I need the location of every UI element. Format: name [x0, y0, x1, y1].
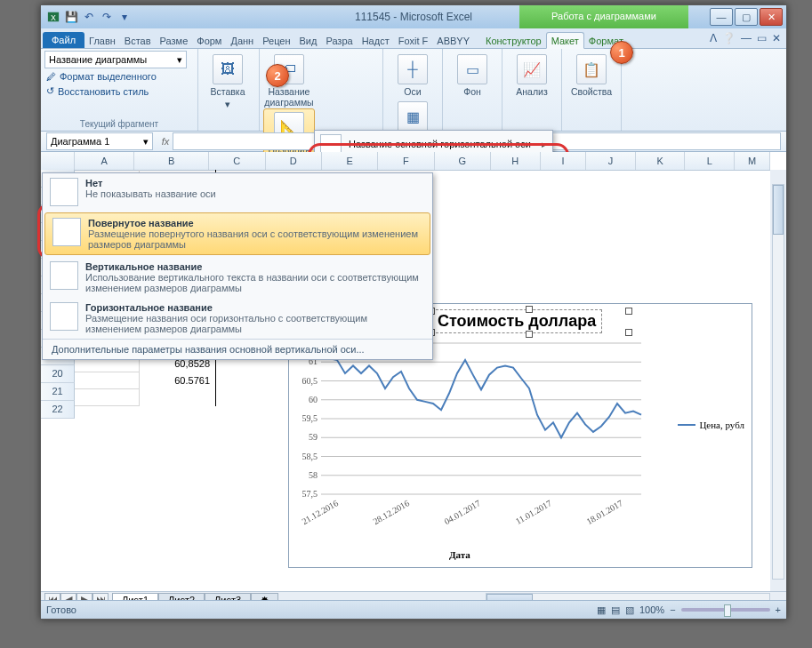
- col-header[interactable]: F: [378, 152, 434, 170]
- ribbon-minimize-icon[interactable]: ᐱ: [710, 32, 717, 44]
- submenu-rotated[interactable]: Повернутое названиеРазмещение повернутог…: [44, 212, 430, 255]
- row-header[interactable]: 21: [41, 383, 75, 401]
- status-ready: Готово: [46, 604, 76, 615]
- svg-text:11.01.2017: 11.01.2017: [514, 498, 553, 526]
- mdi-close-icon[interactable]: ✕: [772, 32, 781, 44]
- redo-icon[interactable]: ↷: [100, 10, 114, 24]
- vertical-scrollbar[interactable]: [770, 170, 786, 594]
- submenu-none[interactable]: НетНе показывать название оси: [43, 173, 432, 211]
- chart-tools-contextual: Работа с диаграммами: [519, 5, 688, 28]
- svg-text:04.01.2017: 04.01.2017: [443, 498, 482, 526]
- chart-x-axis-label: Дата: [449, 549, 470, 560]
- tab-data[interactable]: Данн: [226, 33, 258, 48]
- zoom-level[interactable]: 100%: [639, 604, 664, 615]
- ribbon: Название диаграммы▾ 🖉Формат выделенного …: [41, 49, 786, 132]
- col-header[interactable]: G: [435, 152, 491, 170]
- axes-button[interactable]: ┼Оси: [387, 51, 438, 98]
- svg-text:28.12.2016: 28.12.2016: [372, 498, 411, 526]
- tab-formulas[interactable]: Форм: [192, 33, 226, 48]
- name-box[interactable]: Диаграмма 1▾: [46, 132, 153, 150]
- group-label: Текущий фрагмент: [44, 117, 194, 131]
- col-header[interactable]: A: [75, 152, 134, 170]
- properties-button[interactable]: 📋Свойства: [566, 51, 617, 98]
- tab-home[interactable]: Главн: [84, 33, 120, 48]
- analysis-button[interactable]: 📈Анализ: [506, 51, 558, 98]
- col-header[interactable]: J: [586, 152, 636, 170]
- col-header[interactable]: C: [209, 152, 265, 170]
- minimize-button[interactable]: —: [710, 8, 733, 26]
- view-layout-icon[interactable]: ▤: [611, 604, 620, 616]
- reset-style-button[interactable]: ↺Восстановить стиль: [44, 84, 187, 98]
- zoom-in-button[interactable]: +: [776, 604, 781, 615]
- tab-abbyy[interactable]: ABBYY: [432, 33, 474, 48]
- zoom-slider[interactable]: [681, 608, 770, 612]
- title-bar: X 💾 ↶ ↷ ▾ 111545 - Microsoft Excel Работ…: [41, 5, 786, 28]
- tab-pagelayout[interactable]: Разме: [156, 33, 193, 48]
- col-header[interactable]: K: [636, 152, 686, 170]
- format-selection-button[interactable]: 🖉Формат выделенного: [44, 70, 187, 83]
- tab-design[interactable]: Конструктор: [481, 33, 546, 48]
- chevron-down-icon: ▾: [177, 54, 182, 66]
- chevron-down-icon: ▾: [143, 136, 149, 148]
- chart-plot-area: 57,55858,55959,56060,56161,521.12.201628…: [321, 343, 641, 494]
- svg-text:X: X: [51, 13, 56, 22]
- svg-text:58,5: 58,5: [302, 452, 318, 461]
- chart-title[interactable]: Стоимость доллара: [431, 309, 602, 333]
- chart-element-combo[interactable]: Название диаграммы▾: [44, 51, 187, 68]
- submenu-horizontal[interactable]: Горизонтальное названиеРазмещение назван…: [43, 298, 432, 339]
- chevron-right-icon: ▸: [542, 139, 547, 150]
- svg-text:18.01.2017: 18.01.2017: [585, 498, 624, 526]
- background-icon: ▭: [457, 54, 487, 84]
- col-header[interactable]: L: [685, 152, 735, 170]
- horizontal-icon: [50, 302, 78, 331]
- analysis-icon: 📈: [517, 54, 547, 84]
- svg-text:60: 60: [309, 395, 318, 404]
- undo-icon[interactable]: ↶: [82, 10, 96, 24]
- col-header[interactable]: D: [266, 152, 322, 170]
- save-icon[interactable]: 💾: [64, 10, 78, 24]
- col-header[interactable]: H: [491, 152, 541, 170]
- quick-access-toolbar: X 💾 ↶ ↷ ▾: [41, 10, 132, 24]
- col-header[interactable]: B: [134, 152, 209, 170]
- view-normal-icon[interactable]: ▦: [597, 604, 606, 616]
- tab-file[interactable]: Файл: [43, 32, 84, 48]
- zoom-out-button[interactable]: −: [670, 604, 675, 615]
- svg-text:21.12.2016: 21.12.2016: [301, 498, 340, 526]
- row-header[interactable]: 22: [41, 401, 75, 419]
- svg-text:58: 58: [309, 470, 318, 480]
- col-header[interactable]: E: [322, 152, 378, 170]
- callout-badge-2: 2: [266, 64, 289, 87]
- svg-text:59,5: 59,5: [302, 413, 318, 423]
- close-button[interactable]: ✕: [760, 8, 783, 26]
- col-header[interactable]: I: [541, 152, 587, 170]
- fx-icon[interactable]: fx: [158, 136, 173, 147]
- mdi-min-icon[interactable]: —: [741, 32, 752, 44]
- qat-dropdown-icon[interactable]: ▾: [117, 10, 132, 24]
- tab-layout[interactable]: Макет: [546, 32, 584, 49]
- chart-legend: Цена, рубл: [678, 420, 744, 430]
- view-pagebreak-icon[interactable]: ▧: [625, 604, 634, 616]
- tab-developer[interactable]: Разра: [321, 33, 357, 48]
- background-button[interactable]: ▭Фон: [446, 51, 498, 98]
- ribbon-help-controls: ᐱ ❔ — ▭ ✕: [710, 32, 781, 44]
- rotated-icon: [52, 218, 81, 246]
- col-header[interactable]: M: [735, 152, 770, 170]
- insert-button[interactable]: 🖼Вставка▾: [202, 51, 253, 110]
- maximize-button[interactable]: ▢: [735, 8, 758, 26]
- axes-icon: ┼: [398, 54, 428, 84]
- grid-icon: ▦: [398, 101, 428, 132]
- submenu-more-options[interactable]: Дополнительные параметры названия основн…: [43, 339, 432, 359]
- mdi-restore-icon[interactable]: ▭: [757, 32, 767, 44]
- tab-foxit[interactable]: Foxit F: [394, 33, 433, 48]
- column-headers: ABCDEFGHIJKLM: [41, 152, 770, 171]
- none-icon: [50, 178, 78, 206]
- help-icon[interactable]: ❔: [722, 32, 736, 44]
- tab-review[interactable]: Рецен: [258, 33, 294, 48]
- haxis-icon: [320, 134, 342, 154]
- tab-view[interactable]: Вид: [295, 33, 322, 48]
- submenu-vertical[interactable]: Вертикальное названиеИспользование верти…: [43, 257, 432, 298]
- properties-icon: 📋: [576, 54, 607, 84]
- tab-insert[interactable]: Встав: [120, 33, 156, 48]
- tab-addins[interactable]: Надст: [358, 33, 394, 48]
- row-header[interactable]: 20: [41, 365, 75, 383]
